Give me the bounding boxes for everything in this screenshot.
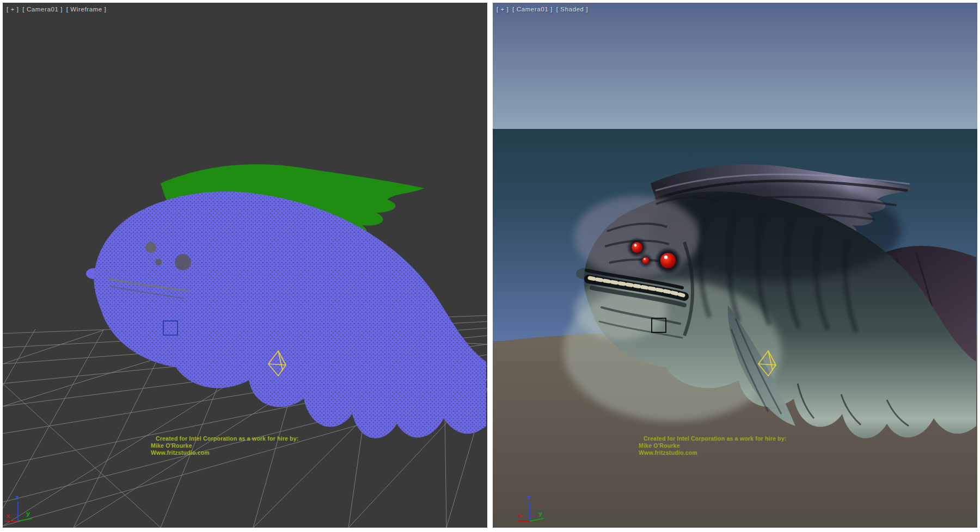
viewport-general-menu[interactable]: [ + ] [7,6,19,13]
axis-y-label: y [538,510,542,517]
viewport-pov-menu[interactable]: [ Camera01 ] [512,6,553,13]
viewport-pov-menu[interactable]: [ Camera01 ] [22,6,63,13]
axis-x-label: x [518,512,522,519]
watermark-line-3: Www.fritzstudio.com [639,449,786,456]
viewport-label-wireframe: [ + ] [ Camera01 ] [ Wireframe ] [7,6,108,13]
fish-eye-spot-large [175,254,191,270]
fish-eye-spot-small [155,259,162,265]
fish-eye-spot-upper [145,242,156,253]
axis-z-label: z [527,494,530,501]
viewport-general-menu[interactable]: [ + ] [497,6,509,13]
viewport-shaded[interactable]: z x y [ + ] [ Camera01 ] [ Shaded ] Crea… [493,3,977,528]
watermark-line-2: Mike O'Rourke [151,442,298,449]
axis-x-label: x [6,512,10,519]
watermark-line-1: Created for Intel Corporation as a work … [156,435,298,442]
axis-z-label: z [15,494,19,501]
watermark-line-2: Mike O'Rourke [639,442,786,449]
viewport-shading-menu[interactable]: [ Shaded ] [556,6,588,13]
axis-y-label: y [26,510,30,517]
attribution-watermark: Created for Intel Corporation as a work … [151,435,298,456]
viewport-wireframe[interactable]: z x y [ + ] [ Camera01 ] [ Wireframe ] C… [3,3,487,528]
viewport-shading-menu[interactable]: [ Wireframe ] [66,6,107,13]
viewport-label-shaded: [ + ] [ Camera01 ] [ Shaded ] [497,6,590,13]
viewport-layout: z x y [ + ] [ Camera01 ] [ Wireframe ] C… [0,0,980,532]
watermark-line-1: Created for Intel Corporation as a work … [644,435,786,442]
watermark-line-3: Www.fritzstudio.com [151,449,298,456]
attribution-watermark: Created for Intel Corporation as a work … [639,435,786,456]
sky-background [493,3,977,129]
